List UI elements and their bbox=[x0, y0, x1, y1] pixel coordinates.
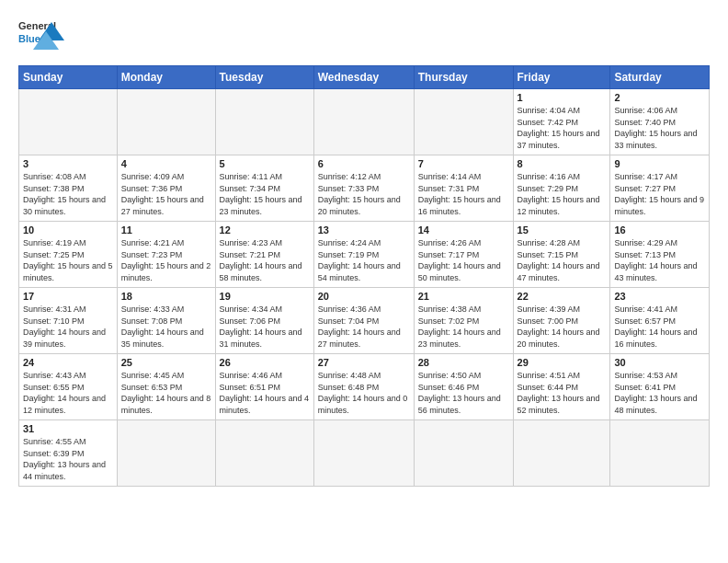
day-number: 19 bbox=[220, 291, 310, 302]
calendar-cell: 17Sunrise: 4:31 AM Sunset: 7:10 PM Dayli… bbox=[19, 288, 118, 354]
day-info: Sunrise: 4:48 AM Sunset: 6:48 PM Dayligh… bbox=[318, 370, 410, 416]
day-number: 3 bbox=[23, 158, 113, 169]
svg-text:Blue: Blue bbox=[18, 33, 40, 44]
calendar: SundayMondayTuesdayWednesdayThursdayFrid… bbox=[18, 65, 710, 487]
day-info: Sunrise: 4:46 AM Sunset: 6:51 PM Dayligh… bbox=[220, 370, 310, 416]
day-info: Sunrise: 4:21 AM Sunset: 7:23 PM Dayligh… bbox=[121, 237, 211, 283]
weekday-header: Wednesday bbox=[313, 66, 414, 89]
calendar-cell: 11Sunrise: 4:21 AM Sunset: 7:23 PM Dayli… bbox=[117, 222, 215, 288]
calendar-cell: 13Sunrise: 4:24 AM Sunset: 7:19 PM Dayli… bbox=[313, 222, 414, 288]
day-number: 12 bbox=[220, 224, 310, 236]
calendar-cell bbox=[215, 420, 313, 487]
day-number: 11 bbox=[121, 224, 211, 236]
day-number: 5 bbox=[220, 158, 310, 169]
calendar-cell: 5Sunrise: 4:11 AM Sunset: 7:34 PM Daylig… bbox=[215, 155, 313, 222]
weekday-header: Saturday bbox=[610, 66, 710, 89]
calendar-cell: 24Sunrise: 4:43 AM Sunset: 6:55 PM Dayli… bbox=[19, 354, 118, 420]
day-info: Sunrise: 4:14 AM Sunset: 7:31 PM Dayligh… bbox=[418, 171, 509, 217]
day-info: Sunrise: 4:19 AM Sunset: 7:25 PM Dayligh… bbox=[23, 237, 113, 283]
calendar-cell: 30Sunrise: 4:53 AM Sunset: 6:41 PM Dayli… bbox=[610, 354, 710, 420]
day-number: 31 bbox=[23, 423, 113, 434]
day-number: 27 bbox=[318, 357, 410, 368]
header: General Blue bbox=[18, 15, 710, 56]
day-info: Sunrise: 4:11 AM Sunset: 7:34 PM Dayligh… bbox=[220, 171, 310, 217]
day-number: 26 bbox=[220, 357, 310, 368]
day-number: 10 bbox=[23, 224, 113, 236]
calendar-cell: 14Sunrise: 4:26 AM Sunset: 7:17 PM Dayli… bbox=[414, 222, 513, 288]
weekday-header-row: SundayMondayTuesdayWednesdayThursdayFrid… bbox=[19, 66, 710, 89]
calendar-week-row: 10Sunrise: 4:19 AM Sunset: 7:25 PM Dayli… bbox=[19, 222, 710, 288]
calendar-cell: 23Sunrise: 4:41 AM Sunset: 6:57 PM Dayli… bbox=[610, 288, 710, 354]
calendar-cell: 22Sunrise: 4:39 AM Sunset: 7:00 PM Dayli… bbox=[513, 288, 610, 354]
day-info: Sunrise: 4:26 AM Sunset: 7:17 PM Dayligh… bbox=[418, 237, 509, 283]
calendar-cell: 16Sunrise: 4:29 AM Sunset: 7:13 PM Dayli… bbox=[610, 222, 710, 288]
day-number: 18 bbox=[121, 291, 211, 302]
calendar-cell bbox=[313, 89, 414, 155]
calendar-week-row: 24Sunrise: 4:43 AM Sunset: 6:55 PM Dayli… bbox=[19, 354, 710, 420]
calendar-cell: 4Sunrise: 4:09 AM Sunset: 7:36 PM Daylig… bbox=[117, 155, 215, 222]
day-number: 8 bbox=[518, 158, 607, 169]
day-info: Sunrise: 4:28 AM Sunset: 7:15 PM Dayligh… bbox=[518, 237, 607, 283]
day-info: Sunrise: 4:08 AM Sunset: 7:38 PM Dayligh… bbox=[23, 171, 113, 217]
calendar-cell: 27Sunrise: 4:48 AM Sunset: 6:48 PM Dayli… bbox=[313, 354, 414, 420]
weekday-header: Monday bbox=[117, 66, 215, 89]
day-number: 4 bbox=[121, 158, 211, 169]
day-info: Sunrise: 4:33 AM Sunset: 7:08 PM Dayligh… bbox=[121, 304, 211, 350]
day-info: Sunrise: 4:31 AM Sunset: 7:10 PM Dayligh… bbox=[23, 304, 113, 350]
day-info: Sunrise: 4:43 AM Sunset: 6:55 PM Dayligh… bbox=[23, 370, 113, 416]
calendar-cell: 2Sunrise: 4:06 AM Sunset: 7:40 PM Daylig… bbox=[610, 89, 710, 155]
day-info: Sunrise: 4:55 AM Sunset: 6:39 PM Dayligh… bbox=[23, 436, 113, 482]
day-number: 13 bbox=[318, 224, 410, 236]
day-info: Sunrise: 4:53 AM Sunset: 6:41 PM Dayligh… bbox=[614, 370, 705, 416]
day-info: Sunrise: 4:39 AM Sunset: 7:00 PM Dayligh… bbox=[518, 304, 607, 350]
day-number: 1 bbox=[518, 92, 607, 103]
day-number: 25 bbox=[121, 357, 211, 368]
day-info: Sunrise: 4:09 AM Sunset: 7:36 PM Dayligh… bbox=[121, 171, 211, 217]
calendar-cell: 19Sunrise: 4:34 AM Sunset: 7:06 PM Dayli… bbox=[215, 288, 313, 354]
day-number: 9 bbox=[614, 158, 705, 169]
day-number: 16 bbox=[614, 224, 705, 236]
logo-svg: General Blue bbox=[18, 15, 64, 56]
calendar-cell: 21Sunrise: 4:38 AM Sunset: 7:02 PM Dayli… bbox=[414, 288, 513, 354]
calendar-cell: 10Sunrise: 4:19 AM Sunset: 7:25 PM Dayli… bbox=[19, 222, 118, 288]
calendar-cell bbox=[414, 420, 513, 487]
day-number: 6 bbox=[318, 158, 410, 169]
calendar-cell: 29Sunrise: 4:51 AM Sunset: 6:44 PM Dayli… bbox=[513, 354, 610, 420]
day-number: 28 bbox=[418, 357, 509, 368]
page: General Blue SundayMondayTuesdayWednesda… bbox=[0, 0, 728, 563]
day-number: 24 bbox=[23, 357, 113, 368]
calendar-cell bbox=[513, 420, 610, 487]
calendar-cell bbox=[215, 89, 313, 155]
weekday-header: Tuesday bbox=[215, 66, 313, 89]
calendar-cell: 26Sunrise: 4:46 AM Sunset: 6:51 PM Dayli… bbox=[215, 354, 313, 420]
day-info: Sunrise: 4:41 AM Sunset: 6:57 PM Dayligh… bbox=[614, 304, 705, 350]
day-info: Sunrise: 4:04 AM Sunset: 7:42 PM Dayligh… bbox=[518, 105, 607, 151]
calendar-cell bbox=[414, 89, 513, 155]
calendar-cell: 8Sunrise: 4:16 AM Sunset: 7:29 PM Daylig… bbox=[513, 155, 610, 222]
day-number: 2 bbox=[614, 92, 705, 103]
day-info: Sunrise: 4:50 AM Sunset: 6:46 PM Dayligh… bbox=[418, 370, 509, 416]
day-number: 7 bbox=[418, 158, 509, 169]
calendar-cell: 1Sunrise: 4:04 AM Sunset: 7:42 PM Daylig… bbox=[513, 89, 610, 155]
calendar-cell: 18Sunrise: 4:33 AM Sunset: 7:08 PM Dayli… bbox=[117, 288, 215, 354]
calendar-cell: 12Sunrise: 4:23 AM Sunset: 7:21 PM Dayli… bbox=[215, 222, 313, 288]
calendar-cell: 7Sunrise: 4:14 AM Sunset: 7:31 PM Daylig… bbox=[414, 155, 513, 222]
day-info: Sunrise: 4:51 AM Sunset: 6:44 PM Dayligh… bbox=[518, 370, 607, 416]
day-number: 17 bbox=[23, 291, 113, 302]
day-info: Sunrise: 4:12 AM Sunset: 7:33 PM Dayligh… bbox=[318, 171, 410, 217]
calendar-cell bbox=[117, 89, 215, 155]
calendar-cell bbox=[117, 420, 215, 487]
calendar-cell: 31Sunrise: 4:55 AM Sunset: 6:39 PM Dayli… bbox=[19, 420, 118, 487]
day-number: 21 bbox=[418, 291, 509, 302]
day-info: Sunrise: 4:16 AM Sunset: 7:29 PM Dayligh… bbox=[518, 171, 607, 217]
day-info: Sunrise: 4:06 AM Sunset: 7:40 PM Dayligh… bbox=[614, 105, 705, 151]
day-number: 29 bbox=[518, 357, 607, 368]
day-number: 15 bbox=[518, 224, 607, 236]
calendar-week-row: 1Sunrise: 4:04 AM Sunset: 7:42 PM Daylig… bbox=[19, 89, 710, 155]
calendar-cell: 6Sunrise: 4:12 AM Sunset: 7:33 PM Daylig… bbox=[313, 155, 414, 222]
calendar-week-row: 31Sunrise: 4:55 AM Sunset: 6:39 PM Dayli… bbox=[19, 420, 710, 487]
weekday-header: Sunday bbox=[19, 66, 118, 89]
day-info: Sunrise: 4:29 AM Sunset: 7:13 PM Dayligh… bbox=[614, 237, 705, 283]
calendar-cell bbox=[19, 89, 118, 155]
weekday-header: Friday bbox=[513, 66, 610, 89]
